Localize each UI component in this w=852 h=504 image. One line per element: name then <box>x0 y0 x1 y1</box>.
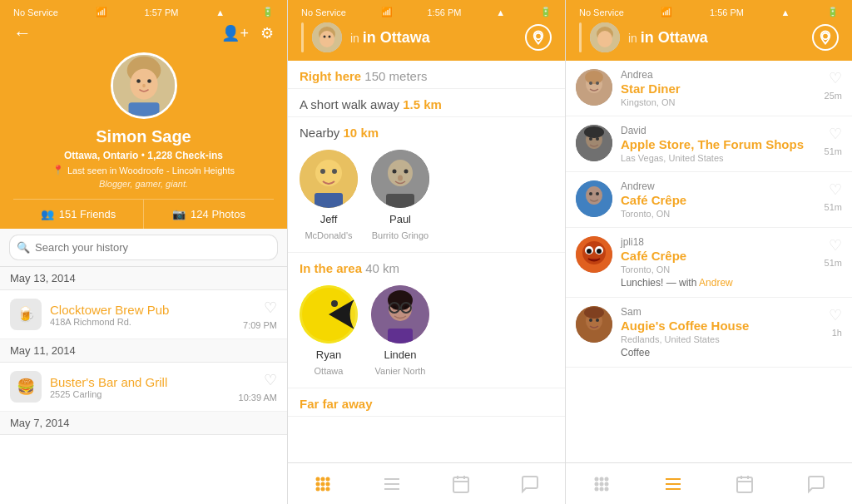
jpli18-note: Lunchies! — with Andrew <box>621 277 816 289</box>
sam-note: Coffee <box>621 347 820 358</box>
svg-point-86 <box>605 482 609 486</box>
carrier-label: No Service <box>13 7 58 17</box>
feed-location-pin-button[interactable] <box>812 24 839 51</box>
feed-content: Andrea Star Diner Kingston, ON ♡ 25m <box>566 61 852 462</box>
distance-label-3: Nearby <box>300 126 339 140</box>
heart-icon[interactable]: ♡ <box>264 299 277 317</box>
ryan-place: Ottawa <box>315 366 344 376</box>
status-bar-panel3: No Service 📶 1:56 PM ▲ 🔋 <box>579 7 839 17</box>
profile-panel: No Service 📶 1:57 PM ▲ 🔋 ← 👤+ ⚙ <box>0 0 288 504</box>
tab-calendar-feed[interactable] <box>709 463 780 504</box>
photos-button[interactable]: 📷 124 Photos <box>144 200 274 229</box>
david-heart[interactable]: ♡ <box>829 125 842 143</box>
svg-point-36 <box>315 477 320 481</box>
sam-location: Redlands, United States <box>621 334 820 344</box>
distance-header-area: In the area 40 km <box>288 253 565 280</box>
sam-username: Sam <box>621 306 820 318</box>
jeff-place: McDonald's <box>305 230 352 240</box>
paul-place: Burrito Gringo <box>372 230 428 240</box>
nearby-person-linden[interactable]: Linden Vanier North <box>371 285 429 376</box>
friends-button[interactable]: 👥 151 Friends <box>13 200 144 229</box>
history-item-busters[interactable]: 🍔 Buster's Bar and Grill 2525 Carling ♡ … <box>0 363 287 412</box>
distance-header-walk: A short walk away 1.5 km <box>288 89 565 116</box>
svg-point-16 <box>332 169 337 174</box>
jpli18-info: jpli18 Café Crêpe Toronto, ON Lunchies! … <box>621 236 816 289</box>
feed-item-david[interactable]: David Apple Store, The Forum Shops Las V… <box>566 116 852 172</box>
svg-rect-17 <box>315 193 343 208</box>
svg-point-60 <box>596 82 599 85</box>
avatar-image <box>113 55 175 116</box>
feed-item-jpli18[interactable]: jpli18 Café Crêpe Toronto, ON Lunchies! … <box>566 228 852 298</box>
svg-point-15 <box>320 169 325 174</box>
nearby-person-paul[interactable]: Paul Burrito Gringo <box>371 150 429 240</box>
jpli18-avatar <box>576 236 612 273</box>
friends-icon: 👥 <box>41 208 54 220</box>
history-list: May 13, 2014 🍺 Clocktower Brew Pub 418A … <box>0 267 287 504</box>
jpli18-heart[interactable]: ♡ <box>829 236 842 254</box>
tab-list-feed[interactable] <box>637 463 709 504</box>
location-pin-button[interactable] <box>525 24 552 51</box>
profile-header: No Service 📶 1:57 PM ▲ 🔋 ← 👤+ ⚙ <box>0 0 287 229</box>
svg-point-19 <box>388 160 413 186</box>
andrew-heart[interactable]: ♡ <box>829 180 842 199</box>
tab-grid-nearby[interactable] <box>288 463 357 504</box>
back-button[interactable]: ← <box>13 22 32 44</box>
nearby-person-ryan[interactable]: Ryan Ottawa <box>300 285 358 376</box>
signal-icon-3: ▲ <box>781 7 790 17</box>
feed-nav-divider <box>579 22 582 52</box>
tab-grid-feed[interactable] <box>566 463 637 504</box>
tab-chat-feed[interactable] <box>780 463 852 504</box>
svg-point-88 <box>600 487 604 491</box>
svg-point-89 <box>605 487 609 491</box>
svg-point-64 <box>589 137 592 141</box>
nearby-content: Right here 150 meters A short walk away … <box>288 61 565 462</box>
history-item-clocktower[interactable]: 🍺 Clocktower Brew Pub 418A Richmond Rd. … <box>0 290 287 339</box>
user-city: Ottawa, Ontario <box>64 150 138 161</box>
svg-point-41 <box>325 482 329 486</box>
add-friend-icon[interactable]: 👤+ <box>221 24 249 42</box>
heart-icon-2[interactable]: ♡ <box>264 371 277 389</box>
tab-list-nearby[interactable] <box>357 463 426 504</box>
photos-label: 124 Photos <box>191 208 245 220</box>
svg-point-38 <box>325 477 329 481</box>
andrew-username: Andrew <box>621 180 816 192</box>
search-input[interactable] <box>10 235 277 259</box>
sam-info: Sam Augie's Coffee House Redlands, Unite… <box>621 306 820 358</box>
svg-point-68 <box>589 192 592 195</box>
distance-label-5: Far far away <box>300 397 373 411</box>
location-pin-icon: 📍 <box>52 165 64 175</box>
andrea-heart[interactable]: ♡ <box>829 69 842 87</box>
andrew-info: Andrew Café Crêpe Toronto, ON <box>621 180 816 219</box>
nearby-user-avatar <box>312 22 342 52</box>
distance-section-here: Right here 150 meters <box>288 61 565 89</box>
feed-item-andrea[interactable]: Andrea Star Diner Kingston, ON ♡ 25m <box>566 61 852 116</box>
mention-andrew[interactable]: Andrew <box>699 277 733 289</box>
svg-point-3 <box>136 79 141 83</box>
jpli18-feed-right: ♡ 51m <box>825 236 842 289</box>
svg-point-14 <box>315 160 342 186</box>
carrier-label-2: No Service <box>301 7 346 17</box>
linden-place: Vanier North <box>375 366 426 376</box>
tab-chat-nearby[interactable] <box>496 463 565 504</box>
tab-calendar-nearby[interactable] <box>427 463 496 504</box>
settings-icon[interactable]: ⚙ <box>260 24 274 42</box>
jeff-avatar <box>300 150 358 208</box>
andrew-time: 51m <box>825 202 842 212</box>
photos-icon: 📷 <box>172 208 186 220</box>
status-bar-panel1: No Service 📶 1:57 PM ▲ 🔋 <box>13 7 274 17</box>
distance-value: 150 meters <box>364 69 427 83</box>
svg-point-4 <box>147 79 151 83</box>
jpli18-place: Café Crêpe <box>621 249 816 264</box>
signal-icon-2: ▲ <box>496 7 505 17</box>
sam-heart[interactable]: ♡ <box>829 306 842 324</box>
david-time: 51m <box>825 146 842 156</box>
check-in-time-2: 10:39 AM <box>239 393 277 403</box>
search-bar: 🔍 <box>0 229 287 267</box>
feed-item-andrew[interactable]: Andrew Café Crêpe Toronto, ON ♡ 51m <box>566 172 852 228</box>
nearby-person-jeff[interactable]: Jeff McDonald's <box>300 150 358 240</box>
venue-address: 418A Richmond Rd. <box>50 317 235 327</box>
feed-item-sam[interactable]: Sam Augie's Coffee House Redlands, Unite… <box>566 298 852 368</box>
profile-nav: ← 👤+ ⚙ <box>13 22 274 44</box>
svg-point-87 <box>595 487 599 491</box>
time-label: 1:57 PM <box>144 7 178 17</box>
